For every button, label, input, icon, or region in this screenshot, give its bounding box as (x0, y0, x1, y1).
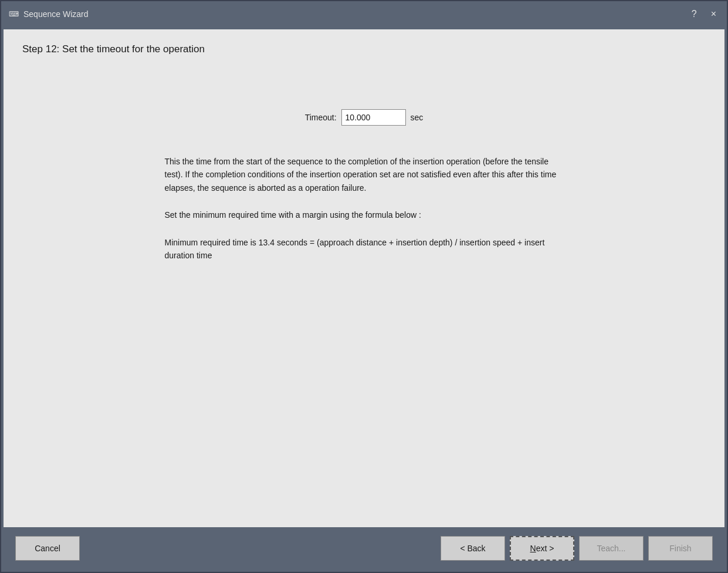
wizard-window: ⌨ Sequence Wizard ? × Step 12: Set the t… (0, 0, 728, 573)
step-title: Step 12: Set the timeout for the operati… (22, 43, 706, 55)
title-bar: ⌨ Sequence Wizard ? × (1, 1, 727, 27)
back-button[interactable]: < Back (441, 536, 505, 561)
timeout-unit: sec (411, 113, 424, 122)
title-bar-right: ? × (688, 8, 720, 20)
next-label: Next > (530, 544, 554, 553)
form-area: Timeout: sec This the time from the star… (22, 74, 706, 513)
footer: Cancel < Back Next > Teach... Finish (4, 527, 724, 569)
description-para-3: Minimum required time is 13.4 seconds = … (165, 236, 564, 262)
finish-button: Finish (648, 536, 713, 561)
close-button[interactable]: × (707, 8, 720, 20)
cancel-button[interactable]: Cancel (15, 536, 80, 561)
title-bar-left: ⌨ Sequence Wizard (8, 9, 89, 19)
timeout-input[interactable] (341, 109, 406, 126)
description-area: This the time from the start of the sequ… (165, 155, 564, 276)
window-title: Sequence Wizard (23, 9, 89, 19)
main-content: Step 12: Set the timeout for the operati… (4, 29, 724, 527)
timeout-label: Timeout: (305, 113, 337, 122)
description-para-2: Set the minimum required time with a mar… (165, 208, 564, 221)
teach-button: Teach... (579, 536, 644, 561)
help-button[interactable]: ? (688, 8, 700, 20)
window-icon: ⌨ (8, 10, 19, 18)
timeout-row: Timeout: sec (305, 109, 424, 126)
description-para-1: This the time from the start of the sequ… (165, 155, 564, 194)
next-button[interactable]: Next > (510, 536, 574, 561)
back-label: < Back (460, 544, 485, 553)
